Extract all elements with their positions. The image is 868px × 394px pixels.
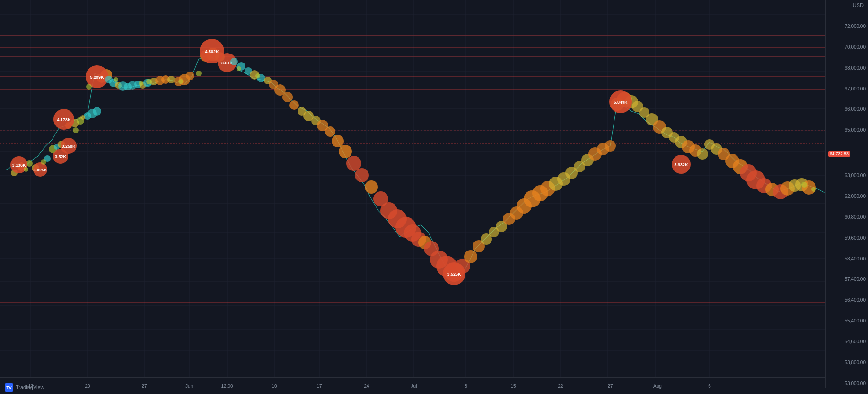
price-53000: 53,000.00 — [828, 381, 866, 386]
usd-label: USD — [828, 2, 866, 8]
svg-text:3.025K: 3.025K — [33, 168, 47, 172]
price-64000: 64,737.83 — [828, 151, 850, 157]
svg-text:4.502K: 4.502K — [205, 49, 219, 54]
svg-point-182 — [146, 79, 152, 84]
time-24: 24 — [364, 384, 369, 389]
time-27: 27 — [141, 384, 147, 389]
svg-point-107 — [339, 145, 352, 158]
time-jul: Jul — [411, 384, 417, 389]
svg-point-109 — [355, 168, 369, 182]
svg-point-125 — [464, 250, 477, 263]
svg-point-178 — [80, 115, 85, 120]
svg-text:3.52K: 3.52K — [55, 154, 67, 159]
svg-text:TV: TV — [6, 385, 12, 390]
time-20: 20 — [85, 384, 90, 389]
svg-text:5.209K: 5.209K — [90, 75, 104, 80]
price-65000: 65,000.00 — [828, 128, 866, 133]
time-17: 17 — [316, 384, 322, 389]
price-54600: 54,600.00 — [828, 340, 866, 344]
price-59600: 59,600.00 — [828, 236, 866, 241]
price-70000: 70,000.00 — [828, 45, 866, 50]
price-57400: 57,400.00 — [828, 277, 866, 282]
svg-text:5.849K: 5.849K — [614, 100, 628, 105]
svg-point-105 — [325, 126, 335, 137]
svg-text:3.932K: 3.932K — [674, 162, 688, 167]
time-27b: 27 — [607, 384, 613, 389]
price-67000: 67,000.00 — [828, 87, 866, 91]
svg-point-63 — [93, 107, 101, 116]
time-22: 22 — [558, 384, 563, 389]
svg-point-176 — [41, 159, 46, 165]
svg-point-177 — [73, 127, 79, 133]
price-56400: 56,400.00 — [828, 298, 866, 303]
price-63000: 63,000.00 — [828, 173, 866, 178]
price-58400: 58,400.00 — [828, 257, 866, 261]
svg-point-181 — [139, 81, 143, 86]
svg-point-143 — [605, 140, 616, 152]
svg-point-187 — [801, 182, 807, 188]
tradingview-brand: TradingView — [16, 385, 44, 390]
time-15: 15 — [510, 384, 516, 389]
svg-point-158 — [697, 148, 708, 160]
time-jun: Jun — [185, 384, 193, 389]
price-72000: 72,000.00 — [828, 24, 866, 29]
chart-container: BigBeluga published on TradingView.com, … — [0, 0, 868, 394]
svg-text:4.178K: 4.178K — [57, 117, 71, 122]
price-60800: 60,800.00 — [828, 215, 866, 220]
svg-point-180 — [114, 77, 118, 82]
svg-point-175 — [24, 167, 28, 172]
svg-point-99 — [282, 92, 293, 102]
price-62000: 62,000.00 — [828, 194, 866, 199]
price-axis: USD 72,000.00 70,000.00 68,000.00 67,000… — [825, 0, 868, 388]
time-8: 8 — [465, 384, 467, 389]
svg-point-110 — [365, 180, 378, 194]
svg-point-179 — [86, 84, 92, 90]
tv-logo-icon: TV — [5, 383, 13, 392]
svg-point-185 — [237, 66, 241, 71]
price-68000: 68,000.00 — [828, 66, 866, 71]
time-1200: 12:00 — [221, 384, 233, 389]
tradingview-logo: TV TradingView — [5, 383, 44, 392]
svg-point-83 — [186, 72, 194, 80]
svg-point-183 — [178, 79, 183, 84]
time-10: 10 — [272, 384, 277, 389]
time-6: 6 — [708, 384, 711, 389]
svg-point-100 — [289, 100, 299, 110]
price-53800: 53,800.00 — [828, 360, 866, 365]
price-66000: 66,000.00 — [828, 107, 866, 112]
time-axis: 13 20 27 Jun 12:00 10 17 24 Jul 8 15 22 … — [0, 377, 825, 394]
svg-point-91 — [230, 58, 238, 65]
svg-text:3.258K: 3.258K — [61, 144, 76, 149]
svg-point-188 — [811, 187, 816, 192]
svg-text:3.136K: 3.136K — [12, 163, 26, 168]
svg-point-80 — [167, 76, 175, 83]
price-55400: 55,400.00 — [828, 319, 866, 323]
svg-point-184 — [196, 71, 202, 76]
svg-point-186 — [255, 73, 260, 78]
chart-area: 3.136K 3.025K 3.258K 3.52K 4.178K — [0, 0, 825, 377]
svg-point-106 — [332, 135, 344, 147]
time-aug: Aug — [653, 384, 662, 389]
